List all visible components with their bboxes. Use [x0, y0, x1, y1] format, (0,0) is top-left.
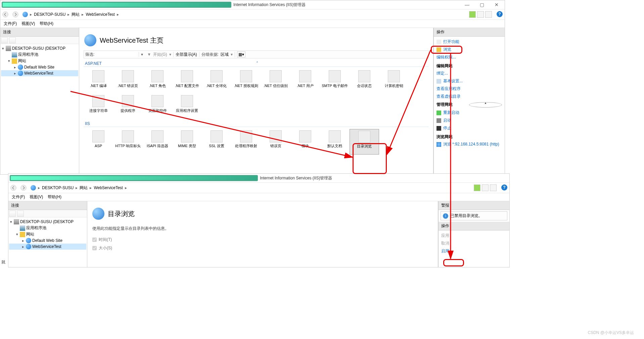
- close-button[interactable]: ✕: [493, 2, 501, 8]
- feature-item[interactable]: ASP: [84, 129, 113, 155]
- feature-item[interactable]: .NET 授权规则: [231, 69, 261, 94]
- feature-item[interactable]: 处理程序映射: [231, 129, 261, 155]
- breadcrumb[interactable]: ▸ DESKTOP-SUSU ▸ 网站 ▸ WebServiceTest ▸: [20, 12, 469, 17]
- go-button[interactable]: 开始(G): [153, 52, 167, 57]
- page-title: WebServiceTest 主页: [84, 32, 429, 50]
- chevron-icon[interactable]: ˄: [469, 102, 502, 108]
- feature-item[interactable]: .NET 编译: [84, 69, 113, 94]
- stop-button[interactable]: [482, 184, 489, 191]
- expand-icon[interactable]: ▸: [13, 71, 17, 76]
- titlebar[interactable]: Internet Information Services (IIS)管理器 —…: [0, 0, 505, 9]
- help-icon[interactable]: ?: [497, 11, 503, 17]
- action-stop[interactable]: 停止: [434, 124, 505, 132]
- conn-tool-2[interactable]: [17, 211, 24, 217]
- home-button[interactable]: [490, 184, 497, 191]
- menu-file[interactable]: 文件(F): [4, 21, 17, 27]
- feature-item[interactable]: .NET 全球化: [202, 69, 231, 94]
- tree-sites[interactable]: 网站: [18, 58, 26, 64]
- feature-item[interactable]: MIME 类型: [172, 129, 202, 155]
- view-mode-button[interactable]: ▦▾: [237, 51, 245, 57]
- feature-icon: [211, 130, 223, 142]
- action-open-feature[interactable]: 打开功能: [434, 38, 505, 46]
- collapse-icon[interactable]: ˄: [256, 61, 427, 66]
- action-view-apps[interactable]: 查看应用程序: [434, 85, 505, 93]
- refresh-button[interactable]: [474, 184, 480, 191]
- tree-webservicetest[interactable]: WebServiceTest: [24, 71, 53, 76]
- page-title-text: 目录浏览: [108, 209, 135, 218]
- feature-label: .NET 信任级别: [264, 84, 288, 92]
- tree-default-site[interactable]: Default Web Site: [24, 65, 54, 70]
- group-iis[interactable]: IIS: [84, 119, 429, 127]
- feature-icon: [92, 95, 104, 107]
- action-view-vdirs[interactable]: 查看虚拟目录: [434, 93, 505, 100]
- home-button[interactable]: [485, 11, 492, 18]
- forward-button[interactable]: [10, 10, 20, 19]
- filter-dropdown[interactable]: ▾: [139, 52, 145, 57]
- showall-button[interactable]: 全部显示(A): [176, 52, 197, 57]
- conn-tool-1[interactable]: [9, 211, 16, 217]
- expand-icon[interactable]: ▾: [7, 59, 11, 63]
- refresh-button[interactable]: [469, 11, 476, 18]
- back-button[interactable]: [8, 183, 18, 192]
- action-edit-permissions[interactable]: 编辑权限...: [434, 53, 505, 61]
- watermark: CSDN @小幸运VS多幸运: [588, 330, 634, 336]
- groupby-select[interactable]: 区域: [221, 52, 229, 57]
- feature-item[interactable]: .NET 配置文件: [172, 69, 202, 94]
- feature-item[interactable]: .NET 错误页: [113, 69, 143, 94]
- action-browse[interactable]: 浏览: [434, 46, 505, 53]
- tree-apppools[interactable]: 应用程序池: [18, 52, 38, 57]
- tree-server[interactable]: DESKTOP-SUSU (DESKTOP: [12, 46, 65, 51]
- feature-item[interactable]: 页面和控件: [143, 94, 172, 119]
- conn-tool-1[interactable]: [1, 37, 8, 43]
- maximize-button[interactable]: ▢: [478, 2, 486, 8]
- action-restart[interactable]: 重新启动: [434, 109, 505, 117]
- feature-item[interactable]: 目录浏览: [350, 129, 379, 155]
- feature-item[interactable]: .NET 角色: [143, 69, 172, 94]
- checkbox-time[interactable]: 时间(T): [92, 236, 433, 244]
- feature-item[interactable]: 连接字符串: [84, 94, 113, 119]
- forward-button[interactable]: [18, 183, 29, 192]
- back-button[interactable]: [0, 10, 10, 19]
- feature-item[interactable]: 提供程序: [113, 94, 143, 119]
- feature-item[interactable]: 错误页: [261, 129, 290, 155]
- help-icon[interactable]: ?: [501, 184, 507, 190]
- menu-view[interactable]: 视图(V): [21, 21, 35, 27]
- action-bindings[interactable]: 绑定...: [434, 70, 505, 77]
- feature-item[interactable]: .NET 信任级别: [261, 69, 290, 94]
- feature-item[interactable]: 应用程序设置: [172, 94, 202, 119]
- feature-item[interactable]: SSL 设置: [202, 129, 231, 155]
- feature-item[interactable]: HTTP 响应标头: [113, 129, 143, 155]
- action-enable[interactable]: 启用: [439, 247, 509, 255]
- feature-label: .NET 编译: [90, 84, 107, 92]
- breadcrumb[interactable]: ▸ DESKTOP-SUSU ▸ 网站 ▸ WebServiceTest ▸: [29, 185, 474, 191]
- minimize-button[interactable]: —: [463, 2, 471, 8]
- crumb-server[interactable]: DESKTOP-SUSU: [34, 12, 65, 17]
- menu-file[interactable]: 文件(F): [12, 194, 25, 200]
- expand-icon[interactable]: ▾: [1, 46, 5, 51]
- connections-tree[interactable]: ▾DESKTOP-SUSU (DESKTOP 应用程序池 ▾网站 ▸Defaul…: [8, 217, 87, 251]
- stop-button[interactable]: [477, 11, 484, 18]
- action-browse-url[interactable]: 浏览 *:92.168.124.5:8081 (http): [434, 140, 505, 148]
- feature-item[interactable]: SMTP 电子邮件: [320, 69, 350, 94]
- feature-item[interactable]: 会话状态: [350, 69, 379, 94]
- menu-view[interactable]: 视图(V): [30, 194, 43, 200]
- conn-tool-2[interactable]: [9, 37, 16, 43]
- titlebar[interactable]: Internet Information Services (IIS)管理器: [8, 174, 509, 182]
- connections-tree[interactable]: ▾DESKTOP-SUSU (DESKTOP 应用程序池 ▾网站 ▸Defaul…: [0, 44, 79, 78]
- feature-label: MIME 类型: [178, 144, 196, 153]
- action-start[interactable]: 启动: [434, 117, 505, 124]
- menu-help[interactable]: 帮助(H): [48, 194, 61, 200]
- crumb-site[interactable]: WebServiceTest: [86, 12, 114, 17]
- crumb-sites[interactable]: 网站: [72, 12, 80, 17]
- menu-help[interactable]: 帮助(H): [40, 21, 53, 27]
- action-basic-settings[interactable]: 基本设置...: [434, 77, 505, 85]
- feature-item[interactable]: 计算机密钥: [379, 69, 409, 94]
- feature-item[interactable]: .NET 用户: [290, 69, 320, 94]
- feature-item[interactable]: 默认文档: [320, 129, 350, 155]
- expand-icon[interactable]: ▸: [13, 65, 17, 70]
- group-aspnet[interactable]: ASP.NET˄: [84, 58, 429, 67]
- feature-item[interactable]: ISAPI 筛选器: [143, 129, 172, 155]
- feature-item[interactable]: 模块: [290, 129, 320, 155]
- checkbox-size[interactable]: 大小(S): [92, 244, 433, 252]
- filter-input[interactable]: [96, 52, 137, 57]
